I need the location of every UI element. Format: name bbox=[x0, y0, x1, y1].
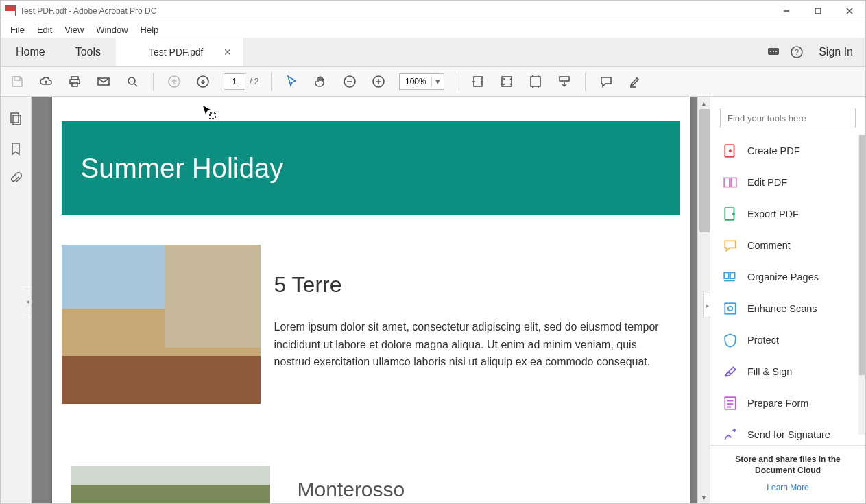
comment-tool-icon bbox=[723, 238, 738, 253]
svg-point-12 bbox=[128, 77, 135, 84]
search-icon[interactable] bbox=[124, 73, 141, 90]
highlight-icon[interactable] bbox=[627, 73, 643, 90]
menu-view[interactable]: View bbox=[59, 23, 89, 36]
fullscreen-icon[interactable] bbox=[527, 73, 544, 90]
prev-page-icon[interactable] bbox=[166, 73, 182, 90]
help-icon[interactable]: ? bbox=[790, 45, 804, 59]
svg-point-31 bbox=[728, 307, 733, 311]
email-icon[interactable] bbox=[95, 73, 112, 90]
minimize-button[interactable] bbox=[771, 1, 802, 21]
zoom-dropdown-icon[interactable]: ▾ bbox=[431, 76, 444, 86]
zoom-input[interactable] bbox=[400, 77, 431, 86]
document-tab-label: Test PDF.pdf bbox=[149, 47, 203, 58]
tools-search-input[interactable] bbox=[720, 108, 856, 128]
document-view[interactable]: Summer Holiday 5 Terre Lorem ipsum dolor… bbox=[32, 97, 710, 503]
tools-list: Create PDFEdit PDFExport PDFCommentOrgan… bbox=[710, 135, 865, 445]
svg-rect-0 bbox=[815, 8, 821, 14]
doc-image-1 bbox=[62, 245, 261, 404]
tool-item-organize-pages[interactable]: Organize Pages bbox=[710, 261, 865, 293]
close-window-button[interactable] bbox=[834, 1, 865, 21]
svg-rect-30 bbox=[725, 303, 735, 313]
scroll-up-icon[interactable]: ▴ bbox=[698, 97, 710, 109]
tool-item-send-signature[interactable]: Send for Signature bbox=[710, 419, 865, 445]
tool-item-enhance-scans[interactable]: Enhance Scans bbox=[710, 293, 865, 324]
promo-text: Store and share files in the Document Cl… bbox=[721, 454, 854, 476]
prepare-form-icon bbox=[723, 396, 738, 411]
svg-rect-9 bbox=[70, 80, 80, 84]
tool-item-create-pdf[interactable]: Create PDF bbox=[710, 135, 865, 167]
zoom-in-icon[interactable] bbox=[370, 73, 387, 90]
svg-rect-21 bbox=[11, 113, 19, 123]
next-page-icon[interactable] bbox=[195, 73, 211, 90]
comment-icon[interactable] bbox=[598, 73, 614, 90]
tool-item-label: Enhance Scans bbox=[747, 303, 817, 314]
thumbnails-icon[interactable] bbox=[9, 112, 23, 125]
tool-item-protect[interactable]: Protect bbox=[710, 324, 865, 356]
svg-rect-20 bbox=[560, 77, 569, 81]
svg-point-3 bbox=[773, 51, 774, 52]
tool-item-label: Create PDF bbox=[747, 145, 800, 156]
print-icon[interactable] bbox=[67, 73, 83, 90]
cloud-upload-icon[interactable] bbox=[38, 73, 54, 90]
doc-section2-title: Monterosso bbox=[298, 478, 405, 503]
notification-icon[interactable] bbox=[767, 45, 780, 59]
close-tab-icon[interactable]: ✕ bbox=[224, 47, 232, 58]
save-icon[interactable] bbox=[9, 73, 25, 90]
hand-tool-icon[interactable] bbox=[313, 73, 329, 90]
svg-point-4 bbox=[775, 51, 777, 52]
document-tab[interactable]: Test PDF.pdf ✕ bbox=[116, 38, 243, 66]
tool-item-fill-sign[interactable]: Fill & Sign bbox=[710, 356, 865, 387]
protect-icon bbox=[723, 333, 738, 348]
tool-item-label: Prepare Form bbox=[747, 398, 808, 409]
svg-rect-7 bbox=[14, 77, 20, 80]
menu-help[interactable]: Help bbox=[135, 23, 165, 36]
send-signature-icon bbox=[723, 427, 738, 442]
bookmark-icon[interactable] bbox=[9, 142, 23, 156]
doc-section1-body: Lorem ipsum dolor sit amet, consectetur … bbox=[274, 318, 666, 371]
zoom-out-icon[interactable] bbox=[341, 73, 358, 90]
menu-file[interactable]: File bbox=[5, 23, 30, 36]
tool-item-edit-pdf[interactable]: Edit PDF bbox=[710, 167, 865, 198]
read-mode-icon[interactable] bbox=[556, 73, 573, 90]
sign-in-button[interactable]: Sign In bbox=[813, 46, 853, 58]
export-pdf-icon bbox=[723, 206, 738, 221]
scroll-down-icon[interactable]: ▾ bbox=[698, 491, 710, 503]
promo-link[interactable]: Learn More bbox=[721, 483, 854, 492]
svg-text:?: ? bbox=[795, 48, 799, 56]
menu-edit[interactable]: Edit bbox=[32, 23, 58, 36]
fit-page-icon[interactable] bbox=[498, 73, 515, 90]
page-number-input[interactable] bbox=[224, 73, 245, 90]
zoom-select[interactable]: ▾ bbox=[399, 73, 444, 90]
svg-rect-22 bbox=[13, 115, 21, 125]
svg-rect-10 bbox=[72, 82, 77, 86]
tools-scrollbar[interactable] bbox=[858, 135, 865, 435]
tool-item-label: Edit PDF bbox=[747, 177, 787, 188]
page-number-box: / 2 bbox=[224, 73, 258, 90]
fit-width-icon[interactable] bbox=[470, 73, 486, 90]
scrollbar-thumb[interactable] bbox=[699, 109, 710, 232]
menu-window[interactable]: Window bbox=[91, 23, 133, 36]
maximize-button[interactable] bbox=[802, 1, 834, 21]
navpane-toggle[interactable]: ◂ bbox=[25, 289, 32, 313]
tool-item-label: Send for Signature bbox=[747, 429, 830, 440]
attachment-icon[interactable] bbox=[9, 172, 23, 186]
tool-item-comment-tool[interactable]: Comment bbox=[710, 230, 865, 261]
enhance-scans-icon bbox=[723, 301, 738, 316]
tool-item-prepare-form[interactable]: Prepare Form bbox=[710, 387, 865, 419]
promo-box: Store and share files in the Document Cl… bbox=[710, 445, 865, 503]
tools-scrollbar-thumb[interactable] bbox=[859, 135, 865, 375]
tool-item-label: Fill & Sign bbox=[747, 366, 792, 377]
svg-point-2 bbox=[770, 51, 771, 52]
organize-pages-icon bbox=[723, 269, 738, 285]
tool-item-label: Organize Pages bbox=[747, 272, 819, 283]
tab-home[interactable]: Home bbox=[1, 38, 60, 66]
tools-pane: ▸ Create PDFEdit PDFExport PDFCommentOrg… bbox=[710, 97, 865, 503]
select-tool-icon[interactable] bbox=[284, 73, 300, 90]
app-icon bbox=[5, 5, 16, 16]
pdf-page: Summer Holiday 5 Terre Lorem ipsum dolor… bbox=[52, 97, 690, 503]
tab-strip: Home Tools Test PDF.pdf ✕ ? Sign In bbox=[1, 38, 865, 67]
toolpane-toggle[interactable]: ▸ bbox=[703, 293, 710, 317]
tab-tools[interactable]: Tools bbox=[60, 38, 116, 66]
tool-item-label: Protect bbox=[747, 335, 779, 346]
tool-item-export-pdf[interactable]: Export PDF bbox=[710, 198, 865, 230]
